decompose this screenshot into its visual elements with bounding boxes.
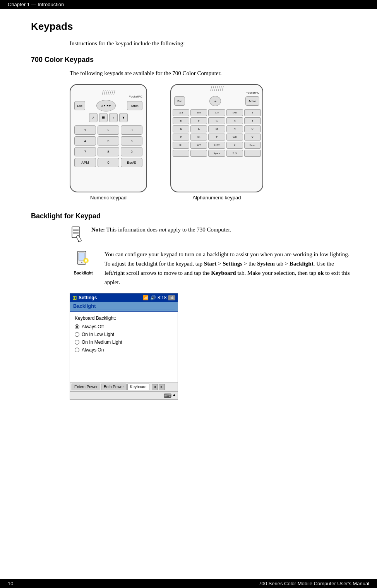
radio-circle-low-light [75,332,79,337]
radio-label-low-light: On In Low Light [82,332,114,337]
note-prefix: This information does [106,226,159,233]
settings-time: 8:18 [158,295,166,300]
key-4: 4 [74,136,96,146]
radio-low-light[interactable]: On In Low Light [75,332,173,337]
tab-extern-power[interactable]: Extern Power [72,384,100,390]
keypad-brand-alpha: PocketPC [171,91,262,94]
alpha-key-g: G [208,117,225,124]
scroll-line [210,86,212,91]
backlight-icon-col: Backlight [70,250,97,275]
radio-label-medium-light: On In Medium Light [82,339,122,345]
note-icon [70,225,85,244]
scroll-line [106,90,107,95]
keypad-brand-numeric: PocketPC [74,95,142,98]
backlight-ok: ok [318,270,324,276]
key-1: 1 [74,125,96,135]
backlight-start: Start [204,261,217,267]
tab-both-label: Both Power [104,385,124,389]
intro-text: Instructions for the keypad include the … [70,39,354,48]
alpha-key-blank3 [244,150,261,157]
scroll-lines-numeric [74,89,142,95]
alpha-key-y: Y [244,134,261,141]
note-text: Note: This information does not apply to… [91,225,354,234]
backlight-tab2-text: tab [236,270,245,276]
radio-medium-light[interactable]: On In Medium Light [75,339,173,345]
alpha-key-n: N [226,125,243,132]
svg-point-12 [85,259,87,262]
esc-key: Esc [74,101,85,110]
scroll-lines-alpha [171,85,262,91]
scroll-line [102,90,103,95]
key-6: 6 [121,136,142,146]
alpha-key-t: T [208,134,225,141]
scroll-line [113,90,115,95]
scroll-line [110,90,111,95]
settings-footer: Extern Power Both Power Keyboard ◄ ► [70,382,178,391]
alpha-key-l: L [190,125,207,132]
alpha-key-b: B b [190,109,207,116]
alpha-key-e: E [173,117,189,124]
function-row: ✓ ☰ ↑ ▼ [74,113,142,122]
scroll-line [214,86,216,91]
radio-always-off[interactable]: Always Off [75,324,173,329]
backlight-description: You can configure your keypad to turn on… [105,250,354,287]
note-italic: not [159,226,166,233]
keypad-container: PocketPC Esc ▲▼◄► Action ✓ ☰ ↑ ▼ [70,84,354,201]
scroll-line [218,86,219,91]
alpha-key-f: F [190,117,207,124]
scroll-line [222,86,223,91]
alpha-key-blank1 [173,150,189,157]
backlight-settings: Settings [223,261,242,267]
radio-label-always-off: Always Off [82,324,104,329]
arrow-right[interactable]: ► [159,384,165,390]
tab-keyboard[interactable]: Keyboard [127,384,149,390]
radio-circle-always-on [75,348,79,352]
chapter-header-text: Chapter 1 — Introduction [8,2,64,7]
alphanumeric-keypad-item: PocketPC Esc ⊕ Action A a B b C c D d 1 … [170,84,263,201]
radio-circle-medium-light [75,340,79,345]
tab-both-power[interactable]: Both Power [101,384,127,390]
scroll-line [220,86,221,91]
radio-always-on[interactable]: Always On [75,347,173,353]
keyboard-icon-row: ⌨ ▲ [70,391,178,399]
backlight-backlight: Backlight [290,261,314,267]
subsection-title-700: 700 Color Keypads [31,56,354,64]
nav-cluster: ▲▼◄► [96,100,116,111]
radio-circle-always-off [75,324,79,329]
scroll-line [216,86,218,91]
key-apm: APM [74,158,96,167]
ok-button[interactable]: ok [168,295,175,300]
backlight-keyboard: Keyboard [211,270,236,276]
key-9: 9 [121,147,142,156]
manual-title: 700 Series Color Mobile Computer User's … [259,581,369,586]
alpha-key-k: K [173,125,189,132]
alpha-action: Action [245,96,259,106]
bottom-bar: 10 700 Series Color Mobile Computer User… [0,579,377,588]
alpha-key-z: Z [226,142,243,149]
action-key: Action [127,101,142,110]
scroll-line [111,90,113,95]
backlight-label: Backlight [74,271,93,275]
alphanumeric-keypad-label: Alphanumeric keypad [192,195,241,201]
number-grid: 1 2 3 4 5 6 7 8 9 APM 0 Esc/S [74,125,142,167]
arrow-left[interactable]: ◄ [152,384,158,390]
backlight-arrow2: > the [242,261,257,267]
page-number: 10 [8,581,13,586]
alpha-key-w7: W7 [190,142,207,149]
main-content: Keypads Instructions for the keypad incl… [0,9,377,408]
alpha-top-row: Esc ⊕ Action [171,96,262,106]
alpha-key-m: M [208,125,225,132]
pencil-note-icon [70,226,84,243]
tab-extern-label: Extern Power [74,385,98,389]
alpha-key-zo: Z O [226,150,243,157]
svg-point-9 [81,262,82,263]
footer-arrows: ◄ ► [152,384,165,390]
backlight-section: Backlight for Keypad Note: This informat… [31,212,354,400]
backlight-system: System [257,261,275,267]
backlight-text-3: . Make your selection, then tap [245,270,318,276]
alpha-key-p: P [173,134,189,141]
arrow-up-icon: ▲ [172,393,176,399]
key-3: 3 [121,125,142,135]
keyboard-icon: ⌨ [164,393,171,399]
top-bar: Chapter 1 — Introduction [0,0,377,9]
